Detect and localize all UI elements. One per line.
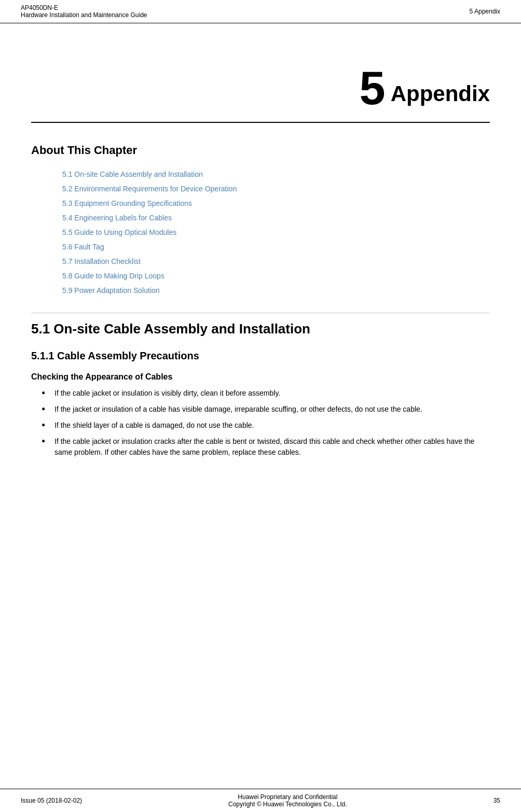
toc-link-9[interactable]: 5.9 Power Adaptation Solution [62,286,160,295]
toc-item-2: 5.2 Environmental Requirements for Devic… [62,185,490,193]
toc-link-3[interactable]: 5.3 Equipment Grounding Specifications [62,199,192,207]
section-511-heading: 5.1.1 Cable Assembly Precautions [31,350,490,362]
bullet-item-2: If the jacket or insulation of a cable h… [42,404,490,415]
about-section: About This Chapter 5.1 On-site Cable Ass… [31,144,490,295]
bullet-list: If the cable jacket or insulation is vis… [31,388,490,458]
toc-link-4[interactable]: 5.4 Engineering Labels for Cables [62,214,172,222]
main-content: 5 Appendix About This Chapter 5.1 On-sit… [0,23,521,484]
toc-link-6[interactable]: 5.6 Fault Tag [62,243,104,251]
toc-item-7: 5.7 Installation Checklist [62,257,490,265]
footer-center: Huawei Proprietary and Confidential Copy… [82,793,493,808]
toc-item-3: 5.3 Equipment Grounding Specifications [62,199,490,207]
bullet-text-3: If the shield layer of a cable is damage… [54,421,254,429]
toc-link-5[interactable]: 5.5 Guide to Using Optical Modules [62,228,176,236]
toc-link-7[interactable]: 5.7 Installation Checklist [62,257,141,265]
chapter-heading-area: 5 Appendix [31,34,490,123]
toc-item-5: 5.5 Guide to Using Optical Modules [62,228,490,236]
bullet-text-4: If the cable jacket or insulation cracks… [54,437,474,456]
header-chapter: 5 Appendix [470,8,500,15]
chapter-number: 5 [360,65,386,111]
toc-item-1: 5.1 On-site Cable Assembly and Installat… [62,170,490,178]
footer-company: Huawei Proprietary and Confidential [82,793,493,801]
page-header: AP4050DN-E Hardware Installation and Mai… [0,0,521,23]
page-container: AP4050DN-E Hardware Installation and Mai… [0,0,521,812]
bullet-item-3: If the shield layer of a cable is damage… [42,420,490,431]
toc-link-8[interactable]: 5.8 Guide to Making Drip Loops [62,272,164,280]
page-footer: Issue 05 (2018-02-02) Huawei Proprietary… [0,789,521,812]
toc-link-1[interactable]: 5.1 On-site Cable Assembly and Installat… [62,170,203,178]
toc-item-9: 5.9 Power Adaptation Solution [62,286,490,295]
bullet-text-1: If the cable jacket or insulation is vis… [54,389,280,397]
section-51-heading: 5.1 On-site Cable Assembly and Installat… [31,313,490,337]
header-left: AP4050DN-E Hardware Installation and Mai… [21,4,147,19]
bullet-text-2: If the jacket or insulation of a cable h… [54,405,422,413]
toc-link-2[interactable]: 5.2 Environmental Requirements for Devic… [62,185,237,193]
bullet-item-1: If the cable jacket or insulation is vis… [42,388,490,399]
toc-item-8: 5.8 Guide to Making Drip Loops [62,272,490,280]
toc-item-6: 5.6 Fault Tag [62,243,490,251]
checking-heading: Checking the Appearance of Cables [31,372,490,382]
about-title: About This Chapter [31,144,490,157]
footer-issue: Issue 05 (2018-02-02) [21,797,82,804]
footer-copyright: Copyright © Huawei Technologies Co., Ltd… [82,801,493,808]
doc-title: Hardware Installation and Maintenance Gu… [21,11,147,19]
toc-list: 5.1 On-site Cable Assembly and Installat… [31,170,490,295]
product-name: AP4050DN-E [21,4,147,11]
footer-page-number: 35 [493,797,500,804]
bullet-item-4: If the cable jacket or insulation cracks… [42,436,490,458]
toc-item-4: 5.4 Engineering Labels for Cables [62,214,490,222]
chapter-title: Appendix [391,81,490,111]
